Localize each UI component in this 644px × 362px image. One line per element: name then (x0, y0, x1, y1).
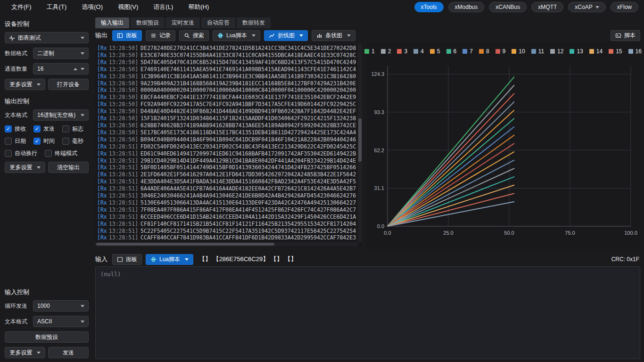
app-pill-xmqtt[interactable]: xMQTT (531, 2, 563, 12)
legend-item-10[interactable]: 10 (512, 48, 525, 55)
line-chart-label: 折线图 (278, 32, 295, 40)
legend-item-3[interactable]: 3 (397, 48, 407, 55)
horizontal-scrollbar-thumb[interactable] (96, 243, 274, 246)
input-panel-toggle[interactable]: 面板 (112, 254, 142, 265)
spinner-up-icon[interactable] (74, 68, 77, 70)
clear-output-button[interactable]: 清空输出 (48, 162, 89, 173)
output-lua-script-select[interactable]: Lua脚本 (213, 30, 260, 41)
checkbox-item[interactable]: 自动换行 (5, 149, 37, 157)
app-pill-xflow[interactable]: xFlow (611, 2, 638, 12)
checkbox-unchecked-icon[interactable] (62, 138, 69, 145)
menubar: 文件(F)工具(T)选项(O)视图(V)语言(L)帮助(H) xToolsxMo… (0, 0, 644, 14)
menu-item-3[interactable]: 视图(V) (110, 3, 146, 11)
checkbox-item[interactable]: ✓时间 (33, 137, 55, 145)
legend-item-5[interactable]: 5 (430, 48, 440, 55)
checkbox-item[interactable]: 终端模式 (45, 149, 77, 157)
vertical-scrollbar[interactable] (358, 44, 362, 242)
menu-item-5[interactable]: 帮助(H) (181, 3, 216, 11)
record-button[interactable]: 记录 (146, 30, 175, 41)
input-text-format-select[interactable]: ASCII (33, 316, 89, 327)
legend-item-13[interactable]: 13 (570, 48, 583, 55)
vertical-scrollbar-thumb[interactable] (358, 118, 362, 162)
checkbox-item[interactable]: 标志 (62, 125, 83, 133)
legend-item-16[interactable]: 16 (628, 48, 642, 55)
input-more-settings-button[interactable]: 更多设置 (5, 347, 45, 358)
tab-2[interactable]: 定时发送 (166, 17, 200, 28)
output-text-format-select[interactable]: 16进制(无空格) (33, 109, 89, 121)
app-pill-xmodbus[interactable]: xModbus (448, 2, 485, 12)
hex-data: ED61C940ED61494172099741ED61C94168BAFB41… (140, 150, 356, 157)
hex-data: CCAFF840CCAF7841D983BA41CCAFF841DF6D1B42… (140, 234, 356, 241)
menu-item-1[interactable]: 工具(T) (39, 3, 74, 11)
rx-tag: [Rx (97, 171, 107, 178)
checkbox-checked-icon[interactable]: ✓ (5, 125, 12, 132)
script-button[interactable]: 脚本 (611, 30, 640, 41)
tab-4[interactable]: 数据转发 (237, 17, 271, 28)
legend-item-15[interactable]: 15 (609, 48, 622, 55)
checkbox-unchecked-icon[interactable] (5, 150, 12, 157)
checkbox-unchecked-icon[interactable] (45, 150, 52, 157)
channel-count-stepper[interactable]: 16 (33, 63, 89, 74)
legend-item-12[interactable]: 12 (550, 48, 563, 55)
x-tick-label: 75.0 (565, 230, 575, 236)
more-settings-label: 更多设置 (10, 349, 33, 357)
device-type-select[interactable]: 图表测试 (5, 32, 89, 43)
rx-tag: [Rx (97, 150, 107, 157)
input-textarea[interactable] (96, 267, 640, 359)
legend-item-7[interactable]: 7 (462, 48, 473, 55)
legend-swatch (479, 49, 484, 54)
legend-swatch (589, 49, 594, 54)
cycle-send-select[interactable]: 1000 (33, 300, 89, 312)
rx-tag: [Rx (97, 234, 107, 241)
legend-label: 16 (636, 48, 642, 55)
checkbox-item[interactable]: ✓发送 (33, 125, 55, 133)
tab-1[interactable]: 数据预设 (131, 17, 165, 28)
checkbox-checked-icon[interactable]: ✓ (33, 138, 41, 145)
spinner-down-icon[interactable] (81, 68, 84, 70)
checkbox-unchecked-icon[interactable] (5, 138, 12, 145)
waveform-icon (9, 35, 15, 41)
menu-item-2[interactable]: 选项(O) (74, 3, 110, 11)
legend-item-11[interactable]: 11 (531, 48, 544, 55)
input-lua-script-select[interactable]: Lua脚本 (146, 254, 193, 265)
rx-tag: [Rx (97, 206, 107, 213)
app-pill-xtools[interactable]: xTools (414, 2, 444, 12)
output-panel-toggle[interactable]: 面板 (112, 30, 142, 41)
output-checkbox-row-2: 日期✓时间毫秒 (5, 137, 89, 145)
rx-tag: [Rx (97, 185, 107, 192)
device-more-settings-button[interactable]: 更多设置 (5, 79, 45, 90)
data-preset-button[interactable]: 数据预设 (5, 331, 89, 343)
checkbox-item[interactable]: 日期 (5, 137, 26, 145)
checkbox-checked-icon[interactable]: ✓ (33, 125, 41, 132)
input-text-format-label: 文本格式 (5, 318, 27, 326)
data-format-select[interactable]: 二进制 (33, 48, 89, 59)
open-device-button[interactable]: 打开设备 (48, 79, 89, 90)
checkbox-item[interactable]: ✓接收 (5, 125, 26, 133)
menu-item-4[interactable]: 语言(L) (146, 3, 181, 11)
menu-item-0[interactable]: 文件(F) (4, 3, 39, 11)
output-more-settings-button[interactable]: 更多设置 (5, 162, 45, 173)
log-line: [Rx13:28:51]6CCEED406CCE6D41D15AB2416CCE… (97, 214, 362, 221)
app-pill-xcanbus[interactable]: xCANBus (489, 2, 527, 12)
legend-item-4[interactable]: 4 (413, 48, 424, 55)
legend-item-2[interactable]: 2 (381, 48, 391, 55)
legend-item-1[interactable]: 1 (364, 48, 375, 55)
tab-3[interactable]: 自动应答 (201, 17, 235, 28)
legend-item-14[interactable]: 14 (589, 48, 603, 55)
send-button[interactable]: 发送 (48, 347, 89, 358)
legend-label: 13 (577, 48, 583, 55)
legend-item-6[interactable]: 6 (446, 48, 457, 55)
chevron-down-icon (347, 34, 351, 37)
legend-item-8[interactable]: 8 (479, 48, 489, 55)
horizontal-scrollbar[interactable] (95, 242, 358, 246)
channel-count-value: 16 (37, 66, 43, 72)
line-chart-select[interactable]: 折线图 (264, 30, 308, 41)
series-line-5 (388, 110, 514, 226)
checkbox-unchecked-icon[interactable] (62, 125, 69, 132)
legend-item-9[interactable]: 9 (495, 48, 506, 55)
search-button[interactable]: 搜索 (179, 30, 209, 41)
tab-0[interactable]: 输入输出 (95, 17, 129, 28)
bar-chart-select[interactable]: 条状图 (312, 30, 355, 41)
app-pill-xcoap[interactable]: xCoAP (568, 2, 605, 12)
checkbox-item[interactable]: 毫秒 (62, 137, 83, 145)
